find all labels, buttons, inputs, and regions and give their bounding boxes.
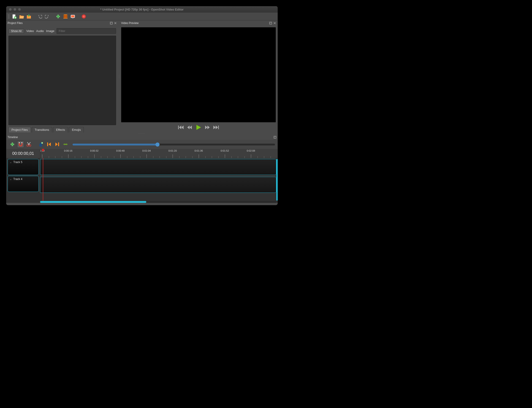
svg-rect-12: [63, 17, 64, 18]
show-all-button[interactable]: Show All: [9, 29, 24, 34]
svg-rect-10: [63, 16, 64, 16]
fast-forward-button[interactable]: [205, 125, 210, 130]
timeline-panel: Timeline 00:00:00,01: [6, 135, 278, 203]
track-name: Track 4: [13, 178, 22, 181]
skip-start-button[interactable]: [178, 125, 183, 130]
project-files-title: Project Files: [8, 22, 23, 25]
svg-point-21: [82, 14, 86, 18]
left-tabs: Project Files Transitions Effects Emojis: [9, 127, 116, 132]
toolbar-grip[interactable]: [8, 14, 9, 19]
video-preview-title: Video Preview: [121, 22, 139, 25]
svg-rect-25: [270, 22, 272, 24]
svg-rect-36: [21, 142, 22, 143]
undo-button[interactable]: [37, 14, 43, 19]
open-project-button[interactable]: [18, 14, 25, 19]
horizontal-scrollbar[interactable]: [40, 201, 276, 203]
filter-video-tab[interactable]: Video: [26, 29, 34, 33]
main-toolbar: [6, 13, 278, 20]
svg-rect-18: [71, 15, 74, 17]
project-files-list[interactable]: [9, 36, 116, 125]
rewind-button[interactable]: [187, 125, 192, 130]
chevron-down-icon: ⌄: [10, 178, 12, 181]
center-playhead-button[interactable]: [62, 141, 69, 148]
tab-effects[interactable]: Effects: [53, 127, 68, 132]
project-files-panel: Project Files Show All Video Audio Image: [6, 20, 118, 132]
filter-input[interactable]: [57, 28, 116, 34]
track-labels: ⌄Track 5⌄Track 4: [6, 158, 40, 203]
time-display: 00:00:00,01: [6, 149, 40, 158]
ruler-row: 00:00:00,01 0:000:00:160:00:320:00:480:0…: [6, 149, 278, 158]
new-project-button[interactable]: [11, 14, 17, 19]
import-files-button[interactable]: [55, 14, 61, 19]
svg-rect-15: [67, 17, 68, 17]
horizontal-splitter[interactable]: ·······: [6, 132, 278, 135]
ruler-label: 0:02:08: [247, 149, 255, 152]
tracks-area: ⌄Track 5⌄Track 4: [6, 158, 278, 203]
ruler-label: 0:01:20: [168, 149, 177, 152]
preview-canvas[interactable]: [121, 27, 276, 122]
redo-button[interactable]: [44, 14, 50, 19]
svg-point-42: [65, 144, 66, 145]
project-files-header: Project Files: [6, 20, 118, 26]
ruler-label: 0:01:04: [142, 149, 151, 152]
chevron-down-icon: ⌄: [10, 161, 12, 164]
playhead[interactable]: [43, 158, 43, 203]
track-lanes[interactable]: [40, 158, 278, 203]
track-label[interactable]: ⌄Track 5: [8, 159, 39, 175]
filter-audio-tab[interactable]: Audio: [36, 29, 44, 33]
video-preview-panel: Video Preview: [120, 20, 278, 132]
svg-rect-29: [274, 136, 276, 138]
titlebar: * Untitled Project [HD 720p 30 fps] - Op…: [6, 6, 278, 13]
svg-rect-19: [72, 18, 73, 18]
window-title: * Untitled Project [HD 720p 30 fps] - Op…: [6, 8, 278, 11]
next-marker-button[interactable]: [54, 141, 61, 148]
svg-rect-35: [19, 142, 20, 143]
svg-rect-14: [67, 16, 68, 16]
tab-emojis[interactable]: Emojis: [69, 127, 84, 132]
track-name: Track 5: [13, 161, 22, 164]
skip-end-button[interactable]: [213, 125, 219, 130]
tab-project-files[interactable]: Project Files: [9, 127, 31, 132]
timeline-toolbar: [6, 140, 278, 149]
tab-transitions[interactable]: Transitions: [32, 127, 52, 132]
vertical-scrollbar[interactable]: [276, 159, 278, 201]
svg-rect-9: [63, 15, 64, 15]
filter-image-tab[interactable]: Image: [46, 29, 54, 33]
svg-rect-23: [111, 22, 112, 24]
add-marker-button[interactable]: [37, 141, 44, 148]
svg-rect-11: [63, 17, 64, 17]
detach-timeline-icon[interactable]: [274, 136, 276, 139]
track-lane[interactable]: [40, 159, 276, 175]
add-track-button[interactable]: [9, 141, 16, 148]
app-window: * Untitled Project [HD 720p 30 fps] - Op…: [6, 6, 278, 205]
time-ruler[interactable]: 0:000:00:160:00:320:00:480:01:040:01:200…: [40, 149, 278, 158]
play-button[interactable]: [195, 124, 201, 130]
ruler-label: 0:00:16: [64, 149, 73, 152]
video-preview-header: Video Preview: [120, 20, 278, 26]
transport-controls: [121, 122, 276, 132]
zoom-slider[interactable]: [73, 142, 275, 147]
detach-preview-icon[interactable]: [269, 22, 272, 25]
close-panel-icon[interactable]: [114, 22, 117, 25]
save-project-button[interactable]: [26, 14, 32, 19]
razor-button[interactable]: [26, 141, 32, 148]
ruler-label: 0:00:32: [90, 149, 99, 152]
window-resize-handle[interactable]: ·······: [6, 203, 278, 205]
snapping-button[interactable]: [17, 141, 24, 148]
upper-area: Project Files Show All Video Audio Image: [6, 20, 278, 132]
prev-marker-button[interactable]: [45, 141, 52, 148]
close-preview-icon[interactable]: [273, 22, 276, 25]
choose-profile-button[interactable]: [62, 14, 69, 19]
svg-rect-13: [67, 15, 68, 15]
export-video-button[interactable]: [81, 14, 87, 19]
fullscreen-button[interactable]: [70, 14, 76, 19]
timeline-header: Timeline: [6, 135, 278, 140]
svg-rect-34: [12, 144, 13, 145]
svg-rect-6: [57, 16, 59, 17]
svg-rect-16: [67, 17, 68, 18]
track-label[interactable]: ⌄Track 4: [8, 176, 39, 192]
track-lane[interactable]: [40, 177, 276, 193]
detach-panel-icon[interactable]: [110, 22, 113, 25]
ruler-label: 0:01:52: [221, 149, 229, 152]
svg-rect-26: [178, 126, 179, 129]
